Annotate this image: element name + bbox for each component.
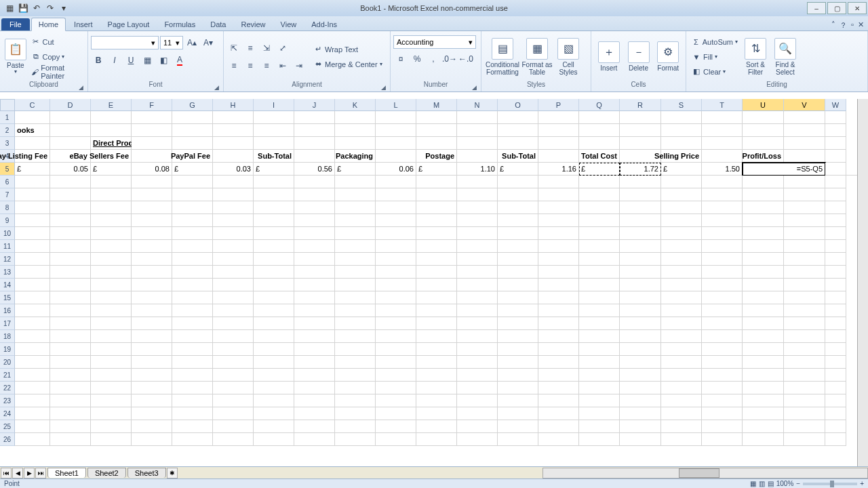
cell[interactable]: £ (661, 163, 702, 176)
cell[interactable] (132, 150, 172, 163)
cell[interactable] (825, 253, 846, 266)
cell[interactable] (743, 253, 784, 266)
cell[interactable] (376, 253, 416, 266)
cell[interactable] (416, 304, 457, 317)
cell[interactable] (254, 227, 294, 240)
find-select-button[interactable]: 🔍Find & Select (770, 35, 800, 79)
cell[interactable] (498, 176, 538, 188)
cell[interactable] (457, 433, 498, 446)
cell[interactable] (15, 394, 50, 407)
cell[interactable] (457, 356, 498, 369)
cell[interactable] (15, 291, 50, 304)
cell[interactable] (335, 253, 376, 266)
cell[interactable] (335, 433, 376, 446)
cell[interactable] (825, 343, 846, 356)
cell[interactable] (416, 343, 457, 356)
col-header-C[interactable]: C (15, 99, 50, 111)
redo-icon[interactable]: ↷ (45, 3, 56, 14)
cell[interactable] (702, 253, 743, 266)
cell[interactable] (132, 304, 172, 317)
cell[interactable] (172, 227, 213, 240)
cell[interactable] (702, 343, 743, 356)
cell[interactable] (784, 279, 825, 291)
cell[interactable] (335, 279, 376, 291)
cell[interactable] (335, 330, 376, 343)
cell[interactable] (620, 330, 661, 343)
cell[interactable] (825, 291, 846, 304)
cell[interactable] (335, 111, 376, 124)
cell[interactable] (376, 279, 416, 291)
cell[interactable] (784, 394, 825, 407)
decrease-decimal-button[interactable]: ←.0 (458, 52, 473, 66)
cell[interactable] (335, 420, 376, 433)
col-header-S[interactable]: S (661, 99, 702, 111)
view-layout-icon[interactable]: ▥ (759, 480, 765, 487)
cell[interactable] (91, 317, 132, 330)
cell[interactable] (457, 304, 498, 317)
cell[interactable] (620, 253, 661, 266)
tab-insert[interactable]: Insert (67, 18, 100, 30)
cell[interactable] (784, 343, 825, 356)
cell[interactable] (457, 369, 498, 382)
window-close-icon[interactable]: ✕ (858, 20, 864, 30)
row-header-22[interactable]: 22 (0, 382, 15, 394)
cell[interactable] (498, 394, 538, 407)
cell[interactable] (743, 201, 784, 214)
italic-button[interactable]: I (107, 53, 122, 68)
cell[interactable] (620, 369, 661, 382)
cell[interactable] (498, 407, 538, 420)
cell[interactable] (15, 304, 50, 317)
copy-button[interactable]: ⧉Copy▾ (28, 50, 85, 64)
cell[interactable] (620, 137, 661, 150)
cell[interactable] (213, 137, 254, 150)
row-header-14[interactable]: 14 (0, 279, 15, 291)
col-header-I[interactable]: I (254, 99, 294, 111)
help-icon[interactable]: ？ (840, 20, 847, 30)
cell[interactable] (825, 150, 846, 163)
cell[interactable] (254, 201, 294, 214)
cell[interactable] (50, 433, 91, 446)
conditional-formatting-button[interactable]: ▤Conditional Formatting (484, 35, 521, 79)
col-header-T[interactable]: T (702, 99, 743, 111)
cell[interactable] (661, 111, 702, 124)
dialog-launcher-icon[interactable]: ◢ (472, 84, 477, 91)
cell[interactable] (50, 369, 91, 382)
cell[interactable] (416, 176, 457, 188)
cell[interactable] (50, 330, 91, 343)
cell[interactable] (579, 240, 620, 253)
row-header-17[interactable]: 17 (0, 317, 15, 330)
shrink-font-button[interactable]: A▾ (201, 35, 216, 50)
cell[interactable] (498, 317, 538, 330)
cell[interactable] (50, 240, 91, 253)
cell[interactable] (784, 317, 825, 330)
increase-indent-button[interactable]: ⇥ (292, 58, 307, 73)
cell[interactable] (825, 176, 846, 188)
cell[interactable] (702, 394, 743, 407)
cell[interactable] (172, 304, 213, 317)
cell[interactable] (620, 111, 661, 124)
cell[interactable] (172, 369, 213, 382)
cell[interactable] (213, 317, 254, 330)
format-painter-button[interactable]: 🖌Format Painter (28, 65, 85, 79)
cell[interactable] (335, 124, 376, 137)
cell[interactable] (254, 137, 294, 150)
cell[interactable] (213, 394, 254, 407)
cell[interactable] (172, 433, 213, 446)
minimize-ribbon-icon[interactable]: ˄ (831, 20, 835, 30)
cell[interactable] (294, 343, 335, 356)
cell[interactable] (50, 124, 91, 137)
cell[interactable] (620, 420, 661, 433)
cell[interactable] (579, 356, 620, 369)
cell[interactable] (132, 111, 172, 124)
cell[interactable] (376, 188, 416, 201)
cell[interactable] (620, 394, 661, 407)
cell[interactable]: Sub-Total (498, 150, 538, 163)
cell[interactable] (457, 137, 498, 150)
col-header-J[interactable]: J (294, 99, 335, 111)
cell[interactable] (376, 304, 416, 317)
cell[interactable] (702, 227, 743, 240)
cell[interactable] (784, 176, 825, 188)
cell[interactable] (335, 304, 376, 317)
cell[interactable] (579, 137, 620, 150)
cell[interactable] (213, 279, 254, 291)
